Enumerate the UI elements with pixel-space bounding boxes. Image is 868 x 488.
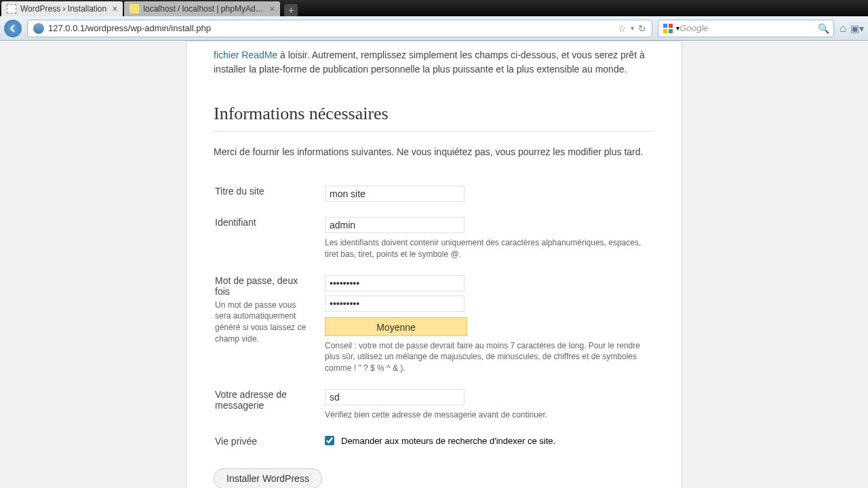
label-site-title: Titre du site xyxy=(215,179,323,209)
bookmarks-icon[interactable]: ▣▾ xyxy=(850,23,864,34)
install-page: fichier ReadMe à loisir. Autrement, remp… xyxy=(186,41,682,488)
tab-bar: WordPress › Installation × localhost / l… xyxy=(0,0,868,16)
url-actions: ☆ ▾ ↻ xyxy=(618,23,646,34)
readme-link[interactable]: fichier ReadMe xyxy=(214,49,277,60)
page-icon xyxy=(130,4,139,14)
tab-title: WordPress › Installation xyxy=(20,4,106,14)
site-title-input[interactable] xyxy=(325,186,465,202)
browser-window: WordPress › Installation × localhost / l… xyxy=(0,0,868,488)
new-tab-button[interactable]: + xyxy=(284,4,298,16)
svg-rect-3 xyxy=(669,29,673,33)
intro-rest: à loisir. Autrement, remplissez simpleme… xyxy=(214,49,645,75)
email-input[interactable] xyxy=(325,389,465,405)
install-form: Titre du site Identifiant Les identifian… xyxy=(214,178,654,455)
tab-phpmyadmin[interactable]: localhost / localhost | phpMyAdmin ... × xyxy=(124,1,280,16)
password-strength-meter: Moyenne xyxy=(325,317,467,336)
tab-wordpress-install[interactable]: WordPress › Installation × xyxy=(1,1,123,16)
refresh-icon[interactable]: ↻ xyxy=(638,23,646,34)
row-site-title: Titre du site xyxy=(215,179,653,209)
search-icon[interactable]: 🔍 xyxy=(818,23,829,34)
svg-rect-2 xyxy=(663,29,667,33)
label-email: Votre adresse de messagerie xyxy=(215,382,323,428)
url-text: 127.0.0.1/wordpress/wp-admin/install.php xyxy=(48,23,618,33)
google-icon xyxy=(663,23,673,34)
back-button[interactable] xyxy=(4,20,22,37)
search-bar[interactable]: ▾ Google 🔍 xyxy=(658,20,834,37)
nav-bar: 127.0.0.1/wordpress/wp-admin/install.php… xyxy=(0,16,868,41)
email-hint: Vérifiez bien cette adresse de messageri… xyxy=(325,409,653,421)
page-icon xyxy=(7,4,16,14)
row-password: Mot de passe, deux fois Un mot de passe … xyxy=(215,268,653,381)
intro-text: fichier ReadMe à loisir. Autrement, remp… xyxy=(214,41,654,77)
url-bar[interactable]: 127.0.0.1/wordpress/wp-admin/install.php… xyxy=(27,20,652,37)
username-input[interactable] xyxy=(325,217,465,233)
section-heading: Informations nécessaires xyxy=(214,104,654,131)
home-icon[interactable]: ⌂ xyxy=(840,22,846,35)
chevron-down-icon[interactable]: ▾ xyxy=(631,24,634,32)
page-viewport[interactable]: fichier ReadMe à loisir. Autrement, remp… xyxy=(0,41,868,488)
label-privacy: Vie privée xyxy=(215,429,323,453)
search-engine-checkbox[interactable] xyxy=(325,436,334,445)
install-wordpress-button[interactable]: Installer WordPress xyxy=(214,468,322,488)
svg-rect-0 xyxy=(663,24,667,28)
password-input-2[interactable] xyxy=(325,296,465,312)
svg-rect-1 xyxy=(669,24,673,28)
arrow-left-icon xyxy=(8,24,18,33)
tab-title: localhost / localhost | phpMyAdmin ... xyxy=(143,4,264,14)
close-icon[interactable]: × xyxy=(269,3,275,14)
label-username: Identifiant xyxy=(215,210,323,267)
search-placeholder: Google xyxy=(679,23,818,33)
bookmark-star-icon[interactable]: ☆ xyxy=(618,23,627,34)
label-password: Mot de passe, deux fois xyxy=(215,275,310,297)
privacy-checkbox-label: Demander aux moteurs de recherche d'inde… xyxy=(341,436,555,446)
close-icon[interactable]: × xyxy=(112,3,117,14)
section-subtext: Merci de fournir les informations suivan… xyxy=(214,146,654,157)
row-email: Votre adresse de messagerie Vérifiez bie… xyxy=(215,382,653,428)
password-hint: Conseil : votre mot de passe devrait fai… xyxy=(325,340,653,374)
globe-icon xyxy=(33,23,44,34)
password-label-sub: Un mot de passe vous sera automatiquemen… xyxy=(215,300,310,345)
row-privacy: Vie privée Demander aux moteurs de reche… xyxy=(215,429,653,453)
password-input-1[interactable] xyxy=(325,275,465,291)
username-hint: Les identifiants doivent contenir unique… xyxy=(325,237,653,260)
row-username: Identifiant Les identifiants doivent con… xyxy=(215,210,653,267)
